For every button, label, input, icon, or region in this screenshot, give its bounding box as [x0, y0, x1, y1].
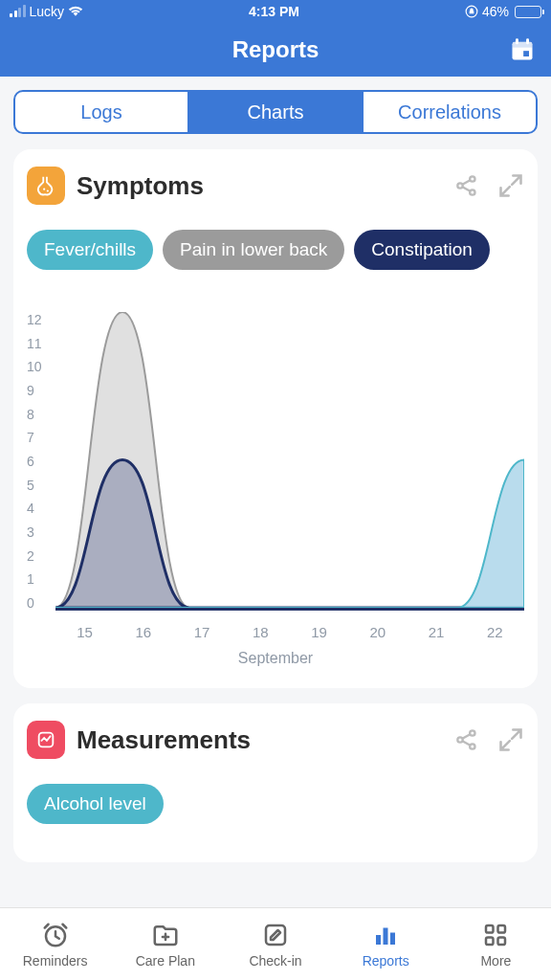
- symptoms-icon: [27, 167, 65, 205]
- svg-point-7: [47, 189, 49, 191]
- calendar-icon: [509, 36, 536, 63]
- symptoms-title: Symptoms: [77, 171, 442, 201]
- clock-icon: [41, 921, 70, 949]
- chart-x-label: September: [27, 650, 524, 667]
- app-header: Reports: [0, 23, 551, 77]
- segment-control: Logs Charts Correlations: [13, 90, 538, 134]
- measurements-icon: [27, 721, 65, 759]
- measurements-card: Measurements Alcohol level: [13, 703, 538, 862]
- svg-rect-17: [376, 935, 381, 945]
- folder-plus-icon: [151, 921, 180, 949]
- signal-icon: [10, 6, 26, 17]
- status-time: 4:13 PM: [83, 4, 465, 19]
- expand-icon: [497, 726, 524, 753]
- calendar-button[interactable]: [509, 36, 536, 63]
- share-icon: [453, 726, 480, 753]
- wifi-icon: [68, 6, 83, 17]
- svg-point-8: [457, 183, 462, 188]
- symptoms-card: Symptoms Fever/chills Pain in lower back…: [13, 149, 538, 688]
- svg-rect-5: [523, 51, 529, 56]
- svg-rect-3: [516, 38, 518, 44]
- tab-bar: Reminders Care Plan Check-in Reports Mor…: [0, 907, 551, 980]
- chart-x-axis: 1516171819202122: [55, 624, 524, 640]
- chart-plot: [55, 312, 524, 611]
- grid-icon: [481, 921, 510, 949]
- battery-pct: 46%: [482, 4, 509, 19]
- svg-rect-2: [513, 42, 533, 48]
- svg-rect-16: [266, 925, 285, 945]
- edit-icon: [261, 921, 290, 949]
- bar-chart-icon: [371, 921, 400, 949]
- tab-label: Care Plan: [136, 953, 195, 969]
- tab-label: Reminders: [23, 953, 88, 969]
- chip-alcohol-level[interactable]: Alcohol level: [27, 784, 164, 824]
- svg-rect-19: [390, 932, 395, 945]
- chip-fever-chills[interactable]: Fever/chills: [27, 230, 153, 270]
- tab-label: Reports: [363, 953, 409, 969]
- svg-point-10: [470, 189, 474, 194]
- tab-check-in[interactable]: Check-in: [220, 908, 330, 980]
- measurements-title: Measurements: [77, 725, 442, 755]
- page-title: Reports: [232, 36, 320, 63]
- svg-rect-4: [526, 38, 529, 44]
- expand-button-2[interactable]: [497, 726, 524, 753]
- tab-more[interactable]: More: [441, 908, 551, 980]
- status-bar: Lucky 4:13 PM 46%: [0, 0, 551, 23]
- chip-constipation[interactable]: Constipation: [354, 230, 490, 270]
- share-icon: [453, 172, 480, 199]
- content-scroll[interactable]: Logs Charts Correlations Symptoms Fever/…: [0, 77, 551, 907]
- battery-icon: [515, 6, 541, 18]
- tab-label: Check-in: [249, 953, 301, 969]
- segment-charts[interactable]: Charts: [187, 92, 362, 132]
- svg-point-14: [470, 744, 474, 748]
- chip-pain-lower-back[interactable]: Pain in lower back: [163, 230, 344, 270]
- segment-correlations[interactable]: Correlations: [362, 92, 536, 132]
- svg-point-13: [470, 730, 474, 735]
- tab-care-plan[interactable]: Care Plan: [110, 908, 220, 980]
- svg-rect-23: [498, 937, 506, 945]
- lock-rotation-icon: [465, 5, 478, 18]
- tab-label: More: [480, 953, 511, 969]
- share-button[interactable]: [453, 172, 480, 199]
- svg-rect-18: [384, 927, 388, 945]
- symptoms-chart: 1211109876543210: [27, 312, 524, 611]
- carrier-label: Lucky: [30, 4, 65, 19]
- svg-point-12: [457, 737, 462, 742]
- expand-icon: [497, 172, 524, 199]
- svg-rect-22: [486, 937, 494, 945]
- segment-logs[interactable]: Logs: [15, 92, 187, 132]
- tab-reminders[interactable]: Reminders: [0, 908, 110, 980]
- share-button-2[interactable]: [453, 726, 480, 753]
- svg-rect-20: [486, 925, 494, 933]
- svg-point-9: [470, 176, 474, 181]
- svg-rect-21: [498, 925, 506, 933]
- expand-button[interactable]: [497, 172, 524, 199]
- tab-reports[interactable]: Reports: [331, 908, 441, 980]
- svg-point-6: [43, 189, 45, 190]
